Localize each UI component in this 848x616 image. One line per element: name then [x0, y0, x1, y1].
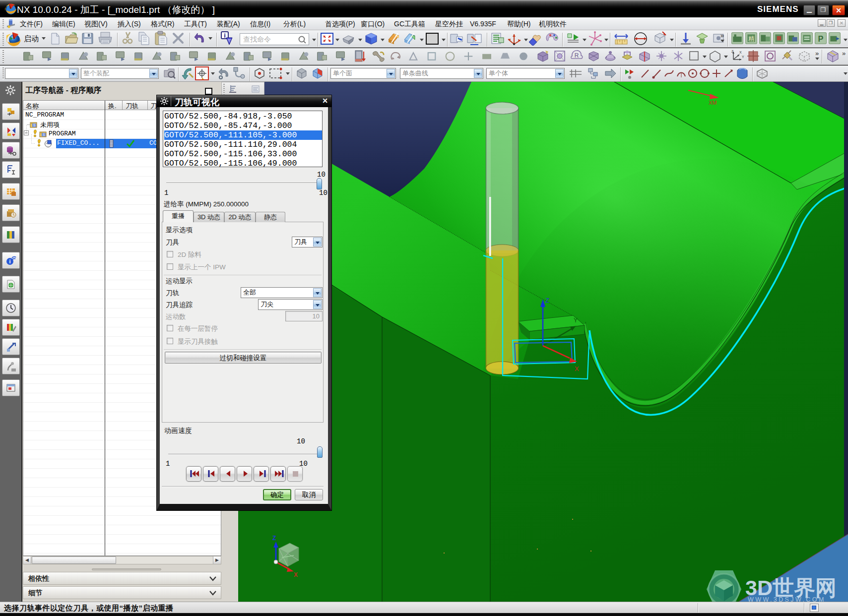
svg-text:R: R: [575, 52, 579, 59]
svg-text:精: 精: [748, 35, 754, 42]
svg-text:S: S: [33, 123, 36, 127]
svg-text:i: i: [9, 258, 10, 264]
svg-text:Z: Z: [272, 535, 276, 542]
svg-text:Z: Z: [731, 50, 734, 53]
svg-text:Y: Y: [742, 55, 744, 59]
svg-text:XM: XM: [709, 100, 717, 106]
svg-text:WWW.3DSJW.COM: WWW.3DSJW.COM: [748, 596, 826, 602]
svg-text:Y: Y: [574, 317, 578, 324]
svg-text:Z: Z: [545, 297, 549, 304]
svg-text:X: X: [575, 365, 579, 372]
svg-text:S: S: [43, 133, 45, 136]
svg-text:i: i: [224, 32, 226, 39]
svg-text:X: X: [739, 51, 742, 54]
svg-text:X: X: [294, 571, 298, 578]
svg-text:P: P: [818, 34, 824, 43]
